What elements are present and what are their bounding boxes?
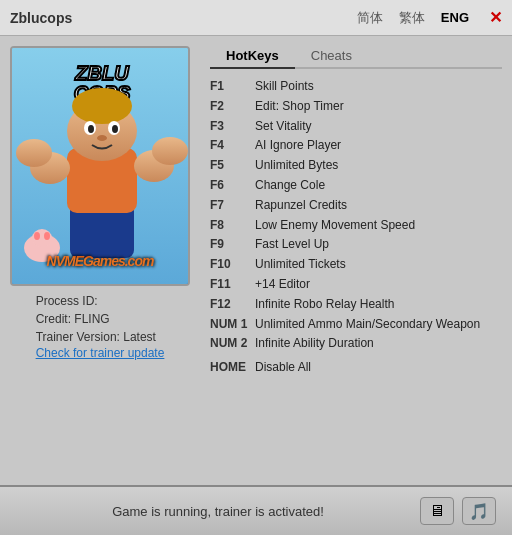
process-id-row: Process ID: bbox=[36, 294, 165, 308]
hotkey-f5: F5 Unlimited Bytes bbox=[210, 156, 502, 176]
lang-simplified[interactable]: 简体 bbox=[353, 7, 387, 29]
hotkey-f9: F9 Fast Level Up bbox=[210, 235, 502, 255]
hotkey-home-key: HOME bbox=[210, 358, 255, 378]
svg-point-6 bbox=[16, 139, 52, 167]
svg-point-18 bbox=[34, 232, 40, 240]
hotkey-f4: F4 AI Ignore Player bbox=[210, 136, 502, 156]
trainer-version-label: Trainer Version: Latest bbox=[36, 330, 156, 344]
version-row: Trainer Version: Latest bbox=[36, 330, 165, 344]
hotkey-f8: F8 Low Enemy Movement Speed bbox=[210, 216, 502, 236]
hotkey-f9-desc: Fast Level Up bbox=[255, 235, 329, 255]
status-message: Game is running, trainer is activated! bbox=[16, 504, 420, 519]
hotkey-f4-key: F4 bbox=[210, 136, 255, 156]
hotkey-f6-key: F6 bbox=[210, 176, 255, 196]
app-title: Zblucops bbox=[10, 10, 353, 26]
hotkey-f11: F11 +14 Editor bbox=[210, 275, 502, 295]
hotkey-f2-desc: Edit: Shop Timer bbox=[255, 97, 344, 117]
hotkey-f8-desc: Low Enemy Movement Speed bbox=[255, 216, 415, 236]
close-button[interactable]: ✕ bbox=[489, 8, 502, 27]
lang-english[interactable]: ENG bbox=[437, 8, 473, 27]
hotkey-f11-key: F11 bbox=[210, 275, 255, 295]
hotkey-f9-key: F9 bbox=[210, 235, 255, 255]
hotkey-f6-desc: Change Cole bbox=[255, 176, 325, 196]
hotkey-f12-desc: Infinite Robo Relay Health bbox=[255, 295, 394, 315]
svg-point-14 bbox=[112, 125, 118, 133]
hotkey-f2: F2 Edit: Shop Timer bbox=[210, 97, 502, 117]
hotkey-f10-desc: Unlimited Tickets bbox=[255, 255, 346, 275]
hotkey-f1: F1 Skill Points bbox=[210, 77, 502, 97]
title-bar: Zblucops 简体 繁体 ENG ✕ bbox=[0, 0, 512, 36]
svg-point-13 bbox=[88, 125, 94, 133]
tab-bar: HotKeys Cheats bbox=[210, 44, 502, 69]
hotkey-num2-key: NUM 2 bbox=[210, 334, 255, 354]
game-cover-image: ZBLU COPS bbox=[10, 46, 190, 286]
credit-row: Credit: FLING bbox=[36, 312, 165, 326]
svg-point-8 bbox=[152, 137, 188, 165]
game-artwork: ZBLU COPS bbox=[12, 48, 190, 286]
hotkey-f3: F3 Set Vitality bbox=[210, 117, 502, 137]
process-id-label: Process ID: bbox=[36, 294, 98, 308]
hotkey-f10-key: F10 bbox=[210, 255, 255, 275]
right-panel: HotKeys Cheats F1 Skill Points F2 Edit: … bbox=[200, 36, 512, 466]
hotkeys-list: F1 Skill Points F2 Edit: Shop Timer F3 S… bbox=[210, 77, 502, 378]
svg-text:ZBLU: ZBLU bbox=[74, 62, 129, 84]
update-link[interactable]: Check for trainer update bbox=[36, 346, 165, 360]
hotkey-home: HOME Disable All bbox=[210, 358, 502, 378]
language-selector: 简体 繁体 ENG ✕ bbox=[353, 7, 502, 29]
lang-traditional[interactable]: 繁体 bbox=[395, 7, 429, 29]
hotkey-f7-desc: Rapunzel Credits bbox=[255, 196, 347, 216]
hotkey-f1-desc: Skill Points bbox=[255, 77, 314, 97]
hotkey-f10: F10 Unlimited Tickets bbox=[210, 255, 502, 275]
hotkey-f8-key: F8 bbox=[210, 216, 255, 236]
hotkey-f1-key: F1 bbox=[210, 77, 255, 97]
status-icons: 🖥 🎵 bbox=[420, 497, 496, 525]
credit-value: FLING bbox=[74, 312, 109, 326]
hotkey-f4-desc: AI Ignore Player bbox=[255, 136, 341, 156]
hotkey-f3-desc: Set Vitality bbox=[255, 117, 311, 137]
hotkey-num2: NUM 2 Infinite Ability Duration bbox=[210, 334, 502, 354]
hotkey-f5-key: F5 bbox=[210, 156, 255, 176]
hotkey-f12: F12 Infinite Robo Relay Health bbox=[210, 295, 502, 315]
watermark-text: NVMEGames.com bbox=[12, 253, 188, 269]
hotkey-f3-key: F3 bbox=[210, 117, 255, 137]
left-panel: ZBLU COPS bbox=[0, 36, 200, 466]
hotkey-f2-key: F2 bbox=[210, 97, 255, 117]
hotkey-f6: F6 Change Cole bbox=[210, 176, 502, 196]
hotkey-f11-desc: +14 Editor bbox=[255, 275, 310, 295]
monitor-icon: 🖥 bbox=[429, 502, 445, 520]
hotkey-num1-desc: Unlimited Ammo Main/Secondary Weapon bbox=[255, 315, 480, 335]
monitor-icon-button[interactable]: 🖥 bbox=[420, 497, 454, 525]
svg-point-19 bbox=[44, 232, 50, 240]
hotkey-f12-key: F12 bbox=[210, 295, 255, 315]
update-link-row: Check for trainer update bbox=[36, 346, 165, 360]
svg-point-10 bbox=[72, 88, 132, 124]
main-content: ZBLU COPS bbox=[0, 36, 512, 466]
hotkey-num1-key: NUM 1 bbox=[210, 315, 255, 335]
tab-hotkeys[interactable]: HotKeys bbox=[210, 44, 295, 69]
credit-label: Credit: bbox=[36, 312, 71, 326]
process-section: Process ID: Credit: FLING Trainer Versio… bbox=[26, 286, 175, 364]
hotkey-f7-key: F7 bbox=[210, 196, 255, 216]
svg-point-15 bbox=[97, 135, 107, 141]
tab-cheats[interactable]: Cheats bbox=[295, 44, 368, 69]
hotkey-home-desc: Disable All bbox=[255, 358, 311, 378]
hotkey-num2-desc: Infinite Ability Duration bbox=[255, 334, 374, 354]
hotkey-f5-desc: Unlimited Bytes bbox=[255, 156, 338, 176]
status-bar: Game is running, trainer is activated! 🖥… bbox=[0, 485, 512, 535]
hotkey-f7: F7 Rapunzel Credits bbox=[210, 196, 502, 216]
hotkey-num1: NUM 1 Unlimited Ammo Main/Secondary Weap… bbox=[210, 315, 502, 335]
music-icon-button[interactable]: 🎵 bbox=[462, 497, 496, 525]
music-icon: 🎵 bbox=[469, 502, 489, 521]
